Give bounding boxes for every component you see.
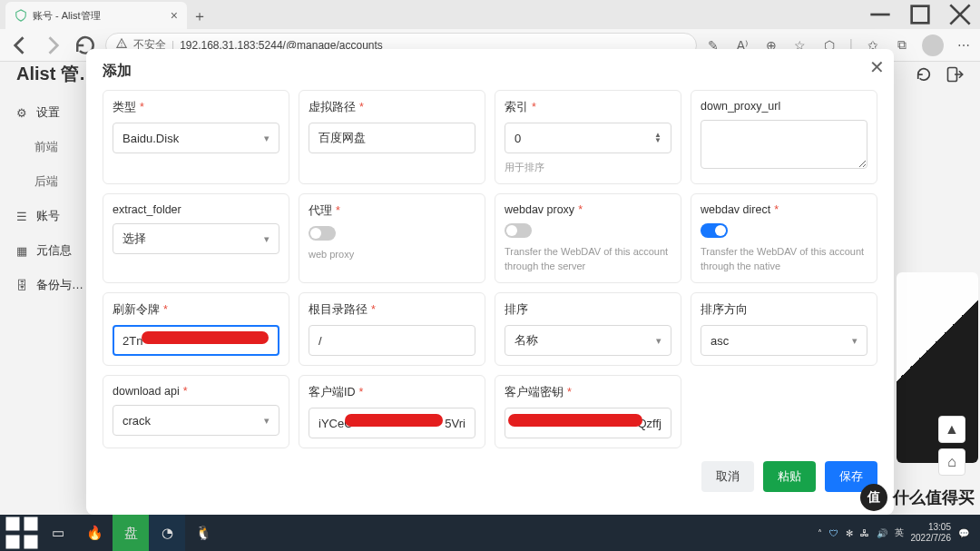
more-icon[interactable]: ⋯ (955, 36, 973, 54)
chevron-down-icon: ▾ (264, 233, 270, 245)
step-down-icon[interactable]: ▼ (654, 138, 662, 143)
gear-icon: ⚙ (16, 106, 29, 119)
float-top-button[interactable]: ▲ (938, 416, 965, 443)
page-title: Alist 管… (16, 62, 97, 86)
label-root-folder: 根目录路径 (309, 303, 368, 316)
browser-tab-strip: 账号 - Alist管理 × ＋ (0, 0, 980, 29)
collections-icon[interactable]: ⧉ (893, 36, 911, 54)
app-icon[interactable]: 🔥 (76, 515, 113, 551)
label-extract-folder: extract_folder (113, 203, 181, 216)
window-controls (860, 0, 980, 29)
select-download-api[interactable]: crack▾ (113, 405, 279, 436)
sidebar-item-label: 后端 (34, 173, 58, 190)
label-proxy: 代理 (309, 204, 332, 217)
modal-overlay: 添加 ✕ 类型* Baidu.Disk▾ 虚拟路径* 百度网盘 索引* 0▲▼ … (0, 62, 980, 515)
field-type: 类型* Baidu.Disk▾ (103, 90, 289, 184)
sidebar-item-label: 元信息 (36, 242, 72, 259)
user-avatar-icon[interactable] (922, 34, 944, 56)
hint-webdav-direct: Transfer the WebDAV of this account thro… (701, 245, 867, 273)
label-download-api: download api (113, 385, 180, 398)
task-view-icon[interactable]: ▭ (40, 515, 76, 551)
input-root-folder[interactable]: / (309, 325, 475, 356)
watermark-badge: 值 (860, 484, 887, 511)
field-client-secret: 客户端密钥* Qzffj (495, 375, 681, 448)
label-refresh-token: 刷新令牌 (113, 303, 160, 316)
system-tray: ˄ 🛡 ✻ 🖧 🔊 英 13:05 2022/7/26 💬 (818, 522, 977, 544)
tab-favicon-icon (15, 9, 27, 22)
hint-index: 用于排序 (505, 161, 671, 174)
list-icon: ☰ (16, 210, 29, 222)
tray-network-icon[interactable]: 🖧 (860, 528, 869, 538)
tray-app-icon[interactable]: ✻ (846, 528, 853, 538)
field-refresh-token: 刷新令牌* 2Tn (103, 292, 289, 366)
label-order-dir: 排序方向 (701, 303, 748, 316)
grid-icon: ▦ (16, 244, 29, 257)
chevron-down-icon: ▾ (656, 335, 662, 347)
app-icon[interactable]: 盘 (113, 515, 149, 551)
refresh-page-icon[interactable] (915, 65, 933, 84)
field-root-folder: 根目录路径* / (299, 292, 485, 366)
window-minimize-icon[interactable] (860, 0, 900, 29)
paste-button[interactable]: 粘贴 (763, 461, 816, 492)
redaction-mark (345, 414, 443, 427)
taskbar: ▭ 🔥 盘 ◔ 🐧 ˄ 🛡 ✻ 🖧 🔊 英 13:05 2022/7/26 💬 (0, 515, 980, 551)
modal-close-icon[interactable]: ✕ (869, 56, 885, 78)
select-type[interactable]: Baidu.Disk▾ (113, 123, 279, 153)
sidebar-item-label: 设置 (36, 104, 60, 121)
select-extract-folder[interactable]: 选择▾ (113, 223, 279, 254)
start-button[interactable] (4, 515, 40, 551)
cancel-button[interactable]: 取消 (701, 461, 754, 492)
svg-rect-7 (6, 517, 20, 531)
qq-icon[interactable]: 🐧 (185, 515, 221, 551)
field-virtual-path: 虚拟路径* 百度网盘 (299, 90, 485, 184)
tab-close-icon[interactable]: × (171, 8, 178, 23)
label-virtual-path: 虚拟路径 (309, 101, 356, 113)
tray-notifications-icon[interactable]: 💬 (958, 528, 969, 538)
sidebar-item-label: 备份与… (36, 277, 83, 293)
field-download-api: download api* crack▾ (103, 375, 289, 448)
field-down-proxy-url: down_proxy_url (691, 90, 877, 184)
redaction-mark (508, 414, 642, 427)
tray-date: 2022/7/26 (911, 533, 952, 544)
sidebar-item-label: 前端 (34, 139, 58, 155)
label-order-by: 排序 (505, 303, 528, 316)
select-order-dir[interactable]: asc▾ (701, 325, 867, 356)
tray-shield-icon[interactable]: 🛡 (829, 528, 838, 538)
tray-ime[interactable]: 英 (895, 526, 904, 539)
label-client-secret: 客户端密钥 (505, 386, 564, 398)
new-tab-button[interactable]: ＋ (187, 4, 212, 29)
hint-proxy: web proxy (309, 248, 475, 261)
field-webdav-direct: webdav direct* Transfer the WebDAV of th… (691, 193, 877, 283)
window-close-icon[interactable] (940, 0, 980, 29)
svg-point-5 (121, 45, 122, 46)
window-maximize-icon[interactable] (900, 0, 940, 29)
toggle-webdav-proxy[interactable] (505, 223, 532, 238)
select-order-by[interactable]: 名称▾ (505, 325, 671, 356)
hint-webdav-proxy: Transfer the WebDAV of this account thro… (505, 245, 671, 273)
nav-back-icon[interactable] (7, 33, 33, 58)
svg-rect-10 (24, 536, 38, 549)
float-home-button[interactable]: ⌂ (938, 448, 965, 476)
add-account-modal: 添加 ✕ 类型* Baidu.Disk▾ 虚拟路径* 百度网盘 索引* 0▲▼ … (86, 49, 894, 515)
toggle-proxy[interactable] (309, 226, 336, 241)
label-down-proxy: down_proxy_url (701, 100, 780, 113)
browser-tab-active[interactable]: 账号 - Alist管理 × (5, 2, 187, 29)
textarea-down-proxy-url[interactable] (701, 120, 867, 169)
decor-art-image (897, 272, 978, 463)
label-client-id: 客户端ID (309, 386, 356, 398)
label-webdav-proxy: webdav proxy (505, 203, 574, 216)
toggle-webdav-direct[interactable] (701, 223, 728, 238)
tray-up-icon[interactable]: ˄ (818, 528, 822, 538)
watermark-text: 什么值得买 (893, 487, 975, 508)
input-virtual-path[interactable]: 百度网盘 (309, 123, 475, 153)
modal-title: 添加 (103, 62, 877, 81)
tab-title: 账号 - Alist管理 (33, 9, 165, 23)
field-extract-folder: extract_folder 选择▾ (103, 193, 289, 283)
field-proxy: 代理* web proxy (299, 193, 485, 283)
watermark: 值 什么值得买 (860, 484, 975, 511)
tray-volume-icon[interactable]: 🔊 (877, 528, 887, 538)
edge-icon[interactable]: ◔ (149, 515, 185, 551)
input-index[interactable]: 0▲▼ (505, 123, 671, 153)
chevron-down-icon: ▾ (852, 335, 858, 347)
logout-icon[interactable] (946, 65, 964, 84)
